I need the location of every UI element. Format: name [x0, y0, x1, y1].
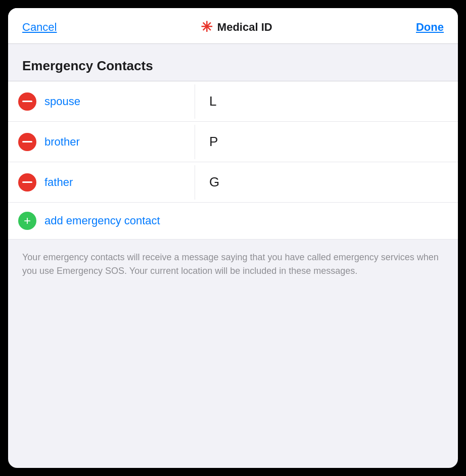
remove-father-button[interactable] — [18, 173, 36, 192]
contact-initial-brother: P — [195, 126, 458, 158]
contact-label-brother[interactable]: brother — [44, 135, 80, 149]
contact-label-spouse[interactable]: spouse — [44, 95, 80, 108]
done-button[interactable]: Done — [416, 21, 444, 34]
table-row: father G — [8, 162, 458, 203]
add-contact-label[interactable]: add emergency contact — [44, 214, 160, 227]
contact-initial-spouse: L — [195, 85, 458, 117]
contact-left-father: father — [8, 165, 195, 200]
cancel-button[interactable]: Cancel — [22, 21, 57, 34]
section-title: Emergency Contacts — [22, 58, 444, 74]
table-row: spouse L — [8, 81, 458, 122]
footer-note: Your emergency contacts will receive a m… — [8, 240, 458, 289]
modal-container: Cancel ✳ Medical ID Done Emergency Conta… — [8, 8, 458, 468]
header: Cancel ✳ Medical ID Done — [8, 8, 458, 44]
contact-left-spouse: spouse — [8, 84, 195, 119]
page-title: Medical ID — [217, 21, 272, 34]
add-contact-button[interactable]: + — [18, 212, 36, 230]
contacts-list: spouse L brother P father G — [8, 81, 458, 203]
contact-left-brother: brother — [8, 125, 195, 159]
remove-spouse-button[interactable] — [18, 92, 36, 111]
add-contact-row[interactable]: + add emergency contact — [8, 203, 458, 240]
contact-label-father[interactable]: father — [44, 176, 73, 189]
medical-asterisk-icon: ✳ — [201, 20, 212, 34]
section-header: Emergency Contacts — [8, 44, 458, 81]
header-title: ✳ Medical ID — [201, 20, 272, 34]
remove-brother-button[interactable] — [18, 133, 36, 151]
contact-initial-father: G — [195, 166, 458, 198]
table-row: brother P — [8, 122, 458, 162]
